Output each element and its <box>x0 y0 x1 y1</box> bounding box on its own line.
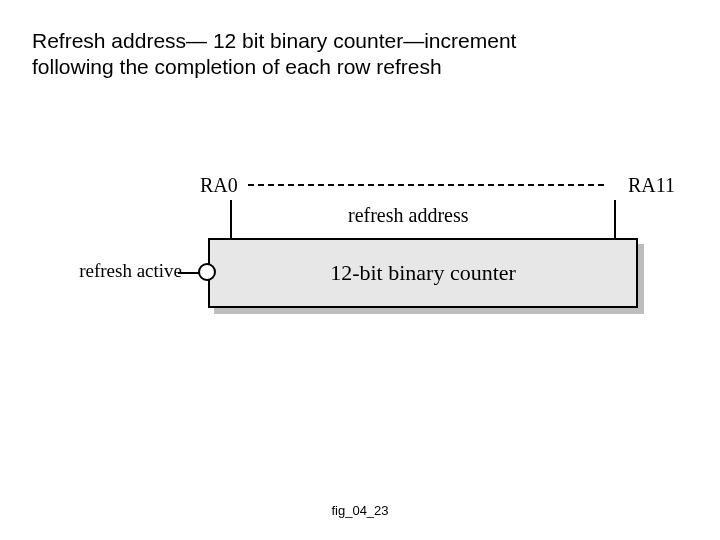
inversion-bubble-icon <box>198 263 216 281</box>
refresh-counter-diagram: RA0 RA11 refresh address 12-bit binary c… <box>100 160 660 360</box>
address-range-line <box>248 184 604 186</box>
ra11-label: RA11 <box>628 174 675 197</box>
counter-box: 12-bit binary counter <box>208 238 638 308</box>
slide: Refresh address— 12 bit binary counter—i… <box>0 0 720 540</box>
ra11-tick <box>614 200 616 238</box>
refresh-active-label: refresh active <box>72 260 182 282</box>
counter-box-label: 12-bit binary counter <box>330 260 516 286</box>
refresh-active-wire <box>178 272 200 274</box>
figure-id-label: fig_04_23 <box>0 503 720 518</box>
refresh-address-label: refresh address <box>348 204 469 227</box>
ra0-label: RA0 <box>200 174 238 197</box>
slide-title: Refresh address— 12 bit binary counter—i… <box>32 28 592 81</box>
ra0-tick <box>230 200 232 238</box>
